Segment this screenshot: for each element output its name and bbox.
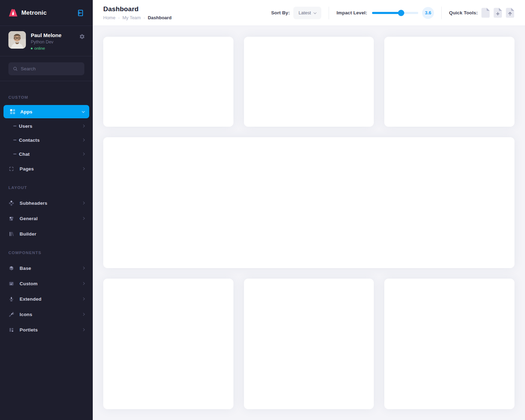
sidebar-item-general[interactable]: General: [0, 211, 93, 226]
chevron-right-icon: [82, 282, 85, 285]
collapse-sidebar-icon: [76, 9, 84, 17]
sidebar-item-label: General: [20, 216, 38, 221]
menu-section-custom: CUSTOM Apps Users: [0, 95, 93, 176]
sidebar-item-apps[interactable]: Apps: [4, 105, 89, 118]
breadcrumb-my-team[interactable]: My Team: [122, 15, 141, 20]
content: [93, 26, 525, 420]
online-dot-icon: [31, 48, 33, 49]
sidebar-item-label: Custom: [20, 281, 37, 286]
file-upload-button[interactable]: [506, 8, 514, 18]
file-plus-icon: [493, 8, 502, 18]
sidebar-item-base[interactable]: Base: [0, 260, 93, 276]
card: [244, 279, 374, 409]
sidebar-item-label: Portlets: [20, 327, 38, 332]
breadcrumb-home[interactable]: Home: [103, 15, 115, 20]
topbar: Dashboard Home - My Team - Dashboard Sor…: [93, 0, 525, 26]
frame-corners-icon: [8, 166, 14, 172]
card: [103, 279, 233, 409]
sort-by-label: Sort By:: [271, 10, 290, 15]
menu-section-components: COMPONENTS Base: [0, 251, 93, 337]
user-panel: Paul Melone Python Dev online: [0, 26, 93, 56]
logo-row: Metronic: [0, 0, 93, 26]
diamonds-icon: [8, 200, 14, 206]
toolbar: Sort By: Latest Impact Level: 3.6 Quick …: [271, 7, 514, 19]
sidebar-item-icons[interactable]: Icons: [0, 307, 93, 322]
toolbar-divider: [329, 7, 329, 19]
dash-bullet-icon: [13, 154, 16, 154]
chevron-down-icon: [82, 110, 85, 112]
breadcrumb-separator: -: [118, 15, 120, 20]
page-title: Dashboard: [103, 5, 172, 13]
user-status-label: online: [34, 46, 45, 50]
microphone-icon: [8, 296, 14, 302]
collapse-sidebar-button[interactable]: [75, 8, 85, 18]
sidebar-item-label: Apps: [20, 109, 33, 114]
toolbar-divider: [441, 7, 442, 19]
user-settings-button[interactable]: [79, 34, 85, 41]
gear-icon: [79, 34, 85, 40]
section-label: LAYOUT: [0, 186, 93, 190]
dash-bullet-icon: [13, 126, 16, 126]
impact-level-slider[interactable]: [372, 12, 418, 14]
breadcrumb-current: Dashboard: [148, 15, 172, 20]
sidebar-item-pages[interactable]: Pages: [0, 161, 93, 176]
card-row-top: [103, 37, 514, 127]
sidebar-item-label: Base: [20, 266, 31, 271]
chevron-right-icon: [82, 167, 85, 170]
sidebar-item-label: Builder: [20, 231, 36, 237]
file-icon: [481, 8, 490, 18]
card-row-bottom: [103, 279, 514, 409]
sidebar-item-portlets[interactable]: Portlets: [0, 322, 93, 337]
avatar[interactable]: [8, 31, 26, 49]
user-name: Paul Melone: [31, 32, 62, 38]
sidebar: Metronic Pau: [0, 0, 93, 420]
sidebar-item-label: Pages: [20, 166, 34, 172]
chevron-right-icon: [82, 153, 85, 155]
sidebar-item-extended[interactable]: Extended: [0, 291, 93, 307]
sidebar-menu: CUSTOM Apps Users: [0, 81, 93, 337]
search-icon: [13, 66, 18, 71]
sidebar-item-chat[interactable]: Chat: [0, 147, 93, 161]
sidebar-item-users[interactable]: Users: [0, 119, 93, 133]
sort-by-select[interactable]: Latest: [293, 7, 321, 19]
chevron-right-icon: [82, 217, 85, 220]
card-wide: [103, 137, 514, 268]
sidebar-item-label: Users: [19, 124, 33, 129]
broken-link-icon: [8, 312, 14, 317]
sidebar-item-builder[interactable]: Builder: [0, 226, 93, 241]
page-heading: Dashboard Home - My Team - Dashboard: [103, 5, 172, 20]
bars-icon: [8, 231, 14, 237]
card: [384, 37, 514, 127]
dash-bullet-icon: [13, 140, 16, 140]
breadcrumb-separator: -: [144, 15, 145, 20]
section-label: CUSTOM: [0, 95, 93, 99]
search-row: [0, 56, 93, 81]
chevron-down-icon: [314, 11, 316, 14]
sidebar-item-subheaders[interactable]: Subheaders: [0, 195, 93, 211]
search-input[interactable]: [21, 66, 80, 71]
apps-grid-icon: [9, 109, 15, 114]
slider-thumb[interactable]: [398, 10, 404, 16]
user-info: Paul Melone Python Dev online: [31, 31, 62, 50]
sidebar-item-custom[interactable]: Custom: [0, 276, 93, 291]
sidebar-item-label: Extended: [20, 296, 41, 302]
sidebar-item-contacts[interactable]: Contacts: [0, 133, 93, 147]
chevron-right-icon: [82, 313, 85, 316]
chevron-right-icon: [82, 328, 85, 331]
sidebar-item-label: Subheaders: [20, 201, 47, 206]
sort-by-value: Latest: [299, 10, 311, 15]
sidebar-item-label: Chat: [19, 152, 30, 157]
menu-section-layout: LAYOUT Subheaders: [0, 186, 93, 241]
brand[interactable]: Metronic: [8, 8, 47, 18]
chevron-right-icon: [82, 125, 85, 127]
file-button[interactable]: [481, 8, 490, 18]
chevron-right-icon: [82, 267, 85, 270]
sidebar-item-label: Contacts: [19, 138, 40, 143]
metronic-logo-icon: [8, 8, 18, 18]
portlets-layout-icon: [8, 327, 14, 333]
impact-level-label: Impact Level:: [336, 10, 367, 15]
search-box[interactable]: [8, 62, 84, 75]
file-plus-button[interactable]: [493, 8, 502, 18]
toggles-icon: [8, 216, 14, 222]
breadcrumb: Home - My Team - Dashboard: [103, 15, 172, 20]
